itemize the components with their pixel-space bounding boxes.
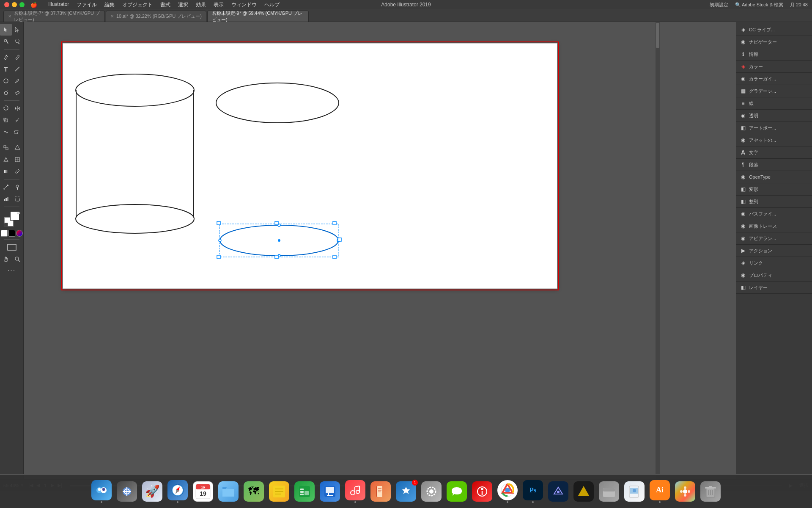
- shear-tool[interactable]: [12, 114, 24, 126]
- panel-properties[interactable]: ◉ プロパティ: [736, 269, 812, 281]
- dock-rocket[interactable]: 🚀: [140, 480, 164, 503]
- live-paint[interactable]: [12, 142, 24, 154]
- workspace-label[interactable]: 初期設定: [710, 2, 728, 8]
- panel-info[interactable]: ℹ 情報: [736, 48, 812, 60]
- dock-illustrator[interactable]: Ai: [648, 480, 672, 503]
- dock-preview[interactable]: [623, 480, 646, 503]
- dock-line[interactable]: [445, 480, 469, 503]
- mesh-tool[interactable]: [12, 154, 24, 166]
- artboard-tool[interactable]: [0, 241, 23, 253]
- paintbrush-tool[interactable]: [12, 75, 24, 87]
- panel-color-guide[interactable]: ◉ カラーガイ...: [736, 73, 812, 85]
- selected-ellipse-container[interactable]: ↔: [214, 221, 343, 262]
- dock-chrome[interactable]: [496, 480, 519, 503]
- menu-help[interactable]: ヘルプ: [261, 1, 283, 8]
- cylinder[interactable]: [75, 73, 193, 238]
- panel-character[interactable]: A 文字: [736, 146, 812, 158]
- column-graph-tool[interactable]: [0, 193, 12, 205]
- panel-image-trace[interactable]: ◉ 画像トレース: [736, 220, 812, 232]
- pencil-tool[interactable]: [12, 51, 24, 63]
- color-gradient[interactable]: [16, 230, 23, 237]
- dock-stickies[interactable]: [267, 480, 291, 503]
- panel-color[interactable]: ◈ カラー: [736, 61, 812, 72]
- dock-app2[interactable]: [572, 480, 595, 503]
- eyedropper-tool[interactable]: [12, 166, 24, 177]
- dock-books[interactable]: [369, 480, 392, 503]
- menu-illustrator[interactable]: Illustrator: [45, 1, 72, 8]
- search-bar[interactable]: 🔍 Adobe Stock を検索: [735, 2, 784, 8]
- panel-opentype[interactable]: ◉ OpenType: [736, 171, 812, 183]
- canvas-area[interactable]: ↔: [24, 22, 736, 479]
- dock-qmarker[interactable]: [470, 480, 494, 503]
- menu-type[interactable]: 書式: [157, 1, 174, 8]
- stroke-none[interactable]: [8, 230, 15, 237]
- dock-system-prefs[interactable]: [420, 480, 443, 503]
- zoom-tool[interactable]: [12, 253, 24, 265]
- panel-stroke[interactable]: ≡ 線: [736, 97, 812, 109]
- dock-calendar[interactable]: 1919: [191, 480, 215, 503]
- tab-0[interactable]: ✕ 名称未設定-7* @ 37.73% (CMYK/GPU プレビュー): [3, 11, 105, 22]
- eraser-tool[interactable]: [12, 87, 24, 99]
- minimize-button[interactable]: [12, 2, 17, 7]
- panel-transparency[interactable]: ◉ 透明: [736, 110, 812, 121]
- dock-keynote[interactable]: [318, 480, 342, 503]
- ellipse-tool[interactable]: [0, 75, 12, 87]
- artboard[interactable]: ↔: [63, 43, 557, 289]
- dock-safari[interactable]: [166, 480, 189, 503]
- dock-folder[interactable]: [217, 480, 240, 503]
- tab-close-1[interactable]: ✕: [110, 14, 114, 19]
- hand-tool[interactable]: [0, 253, 12, 265]
- menu-file[interactable]: ファイル: [73, 1, 100, 8]
- symbol-sprayer[interactable]: [12, 181, 24, 193]
- scale-tool[interactable]: [0, 114, 12, 126]
- tab-close-0[interactable]: ✕: [8, 14, 11, 19]
- dock-appstore[interactable]: 1: [394, 480, 418, 503]
- menu-view[interactable]: 表示: [210, 1, 227, 8]
- slice-tool[interactable]: [12, 193, 24, 205]
- close-button[interactable]: [4, 2, 9, 7]
- direct-selection-tool[interactable]: [12, 24, 24, 36]
- panel-links[interactable]: ◈ リンク: [736, 257, 812, 269]
- tab-2[interactable]: 名称未設定-9* @ 59.44% (CMYK/GPU プレビュー): [207, 11, 309, 22]
- dock-photoshop[interactable]: Ps: [521, 480, 545, 503]
- gradient-tool[interactable]: [0, 166, 12, 177]
- panel-pathfinder[interactable]: ◉ パスファイ...: [736, 208, 812, 220]
- reflect-tool[interactable]: [12, 102, 24, 114]
- dock-media-encoder[interactable]: [546, 480, 570, 503]
- fill-none[interactable]: [1, 230, 8, 237]
- panel-artboards[interactable]: ◧ アートボー...: [736, 122, 812, 134]
- type-tool[interactable]: T: [0, 63, 12, 75]
- dock-finder[interactable]: [90, 480, 113, 503]
- vertical-scrollbar-thumb[interactable]: [656, 23, 659, 48]
- lasso-tool[interactable]: [12, 36, 24, 47]
- maximize-button[interactable]: [19, 2, 25, 7]
- default-colors-icon[interactable]: ⬛: [3, 223, 8, 227]
- dock-numbers[interactable]: [293, 480, 316, 503]
- swap-colors-icon[interactable]: ⇄: [17, 211, 20, 215]
- selection-tool[interactable]: [0, 24, 12, 36]
- blend-tool[interactable]: [0, 181, 12, 193]
- free-transform[interactable]: [12, 126, 24, 138]
- panel-assets[interactable]: ◉ アセットの...: [736, 134, 812, 146]
- dock-launchpad[interactable]: [115, 480, 139, 503]
- tab-1[interactable]: ✕ 10.ai* @ 32.22% (RGB/GPU プレビュー): [106, 11, 206, 22]
- panel-appearance[interactable]: ◉ アピアラン...: [736, 232, 812, 244]
- menu-edit[interactable]: 編集: [101, 1, 118, 8]
- dock-maps[interactable]: 🗺: [242, 480, 266, 503]
- dock-music[interactable]: [343, 480, 367, 503]
- panel-transform[interactable]: ◧ 変形: [736, 183, 812, 195]
- shape-builder-tool[interactable]: [0, 142, 12, 154]
- perspective-grid[interactable]: [0, 154, 12, 166]
- panel-cc-libraries[interactable]: ◈ CC ライブ...: [736, 24, 812, 36]
- warp-tool[interactable]: [0, 126, 12, 138]
- standalone-ellipse[interactable]: [215, 82, 340, 124]
- vertical-scrollbar-track[interactable]: [656, 22, 660, 479]
- line-tool[interactable]: [12, 63, 24, 75]
- panel-actions[interactable]: ▶ アクション: [736, 245, 812, 257]
- panel-gradient[interactable]: ▦ グラデーシ...: [736, 85, 812, 97]
- panel-navigator[interactable]: ◉ ナビゲーター: [736, 36, 812, 48]
- menu-select[interactable]: 選択: [175, 1, 192, 8]
- menu-window[interactable]: ウィンドウ: [228, 1, 260, 8]
- blob-brush[interactable]: [0, 87, 12, 99]
- more-tools[interactable]: ···: [0, 265, 24, 276]
